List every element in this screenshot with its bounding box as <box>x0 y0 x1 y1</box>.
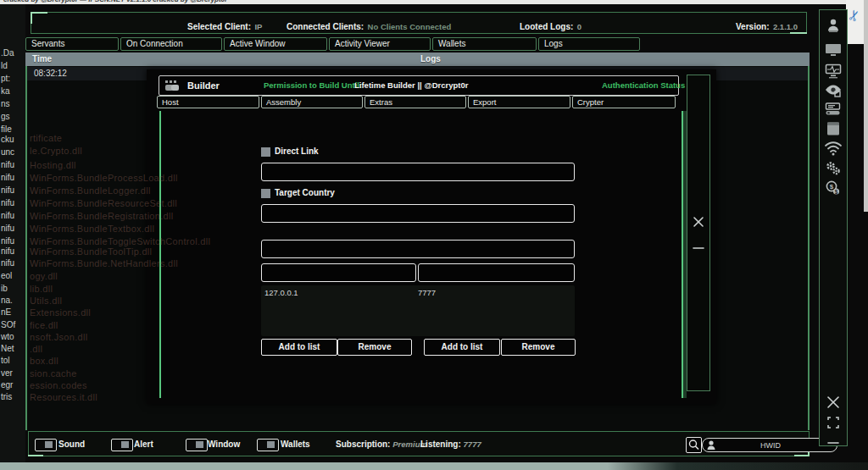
bottom-bar: Sound Alert Window Wallets Subscription:… <box>28 431 810 456</box>
underlay-text-fragment: ka <box>1 86 10 96</box>
underlay-text-fragment: tris <box>1 392 12 401</box>
underlying-window-title: cracked by @Drcrypt0r — IPSCN.NET v2.1.1… <box>3 0 227 3</box>
network-wifi-icon[interactable] <box>820 139 847 158</box>
underlay-text-fragment: Net <box>1 344 14 353</box>
underlay-text-fragment: tol <box>1 356 10 365</box>
alert-toggle[interactable] <box>111 439 133 451</box>
port-entry-input[interactable] <box>418 263 575 282</box>
sound-toggle[interactable] <box>35 439 57 451</box>
underlay-text-fragment: ns <box>1 99 10 108</box>
underlay-text-fragment: pt: <box>1 74 10 83</box>
settings-gears-icon[interactable] <box>820 159 847 178</box>
builder-close-icon[interactable] <box>692 215 705 229</box>
selected-client-label: Selected Client: <box>187 22 251 31</box>
remove-port-button[interactable]: Remove <box>501 339 576 356</box>
corner-accent <box>31 12 47 14</box>
screen: cracked by @Drcrypt0r — IPSCN.NET v2.1.1… <box>0 0 868 470</box>
top-status-bar: Selected Client: IP Connected Clients: N… <box>31 12 807 34</box>
host-entry-input[interactable] <box>261 263 416 282</box>
permission-value: Lifetime Builder || @Drcrypt0r <box>354 80 468 90</box>
search-button[interactable] <box>686 437 702 453</box>
permission-label: Permission to Build Until: <box>264 80 362 90</box>
underlay-text-fragment: nifu <box>1 236 14 246</box>
log-table-header: Time Logs <box>25 53 810 66</box>
builder-side-panel <box>687 75 710 391</box>
selected-client-value: IP <box>254 22 262 31</box>
underlay-text-fragment: cku <box>1 135 14 144</box>
looted-logs-label: Looted Logs: <box>520 22 573 31</box>
hardware-info-icon[interactable] <box>820 100 847 119</box>
tab-servants[interactable]: Servants <box>25 37 119 51</box>
builder-dialog-header: Builder Permission to Build Until: Lifet… <box>159 75 679 96</box>
builder-tab-extras[interactable]: Extras <box>364 96 466 108</box>
app-close-icon[interactable] <box>820 393 847 412</box>
remove-host-button[interactable]: Remove <box>337 339 412 356</box>
host-port-list[interactable]: 127.0.0.1 7777 <box>261 285 575 336</box>
underlying-file-list-strip: .Daldpt:kansgsfileckuuncnifunifunifunifu… <box>0 4 25 462</box>
direct-link-label: Direct Link <box>275 147 319 156</box>
remote-desktop-icon[interactable] <box>820 41 847 59</box>
underlying-scrollbar <box>864 0 868 212</box>
app-minimize-icon[interactable] <box>820 434 847 452</box>
tab-on-connection[interactable]: On Connection <box>120 37 222 51</box>
underlay-text-fragment: file <box>1 124 12 134</box>
activity-monitor-icon[interactable] <box>820 62 847 80</box>
alert-label: Alert <box>134 440 153 449</box>
column-time: Time <box>32 54 52 64</box>
builder-dialog: Builder Permission to Build Until: Lifet… <box>147 69 716 404</box>
builder-tab-assembly[interactable]: Assembly <box>261 96 363 108</box>
underlay-text-fragment: nifu <box>1 258 14 268</box>
builder-title: Builder <box>187 80 220 91</box>
subscription-status: Subscription: Premium <box>336 440 427 449</box>
underlay-text-fragment: nifu <box>1 211 14 220</box>
underlay-text-fragment: nifu <box>1 185 14 195</box>
svg-text:$: $ <box>835 189 838 196</box>
target-country-label: Target Country <box>275 188 335 197</box>
version-value: 2.1.1.0 <box>773 22 798 31</box>
target-country-input[interactable] <box>261 204 575 223</box>
underlay-text-fragment: SOf <box>1 320 15 329</box>
file-manager-icon[interactable] <box>820 119 847 138</box>
window-toggle[interactable] <box>186 439 208 451</box>
wallets-toggle[interactable] <box>257 439 279 451</box>
underlay-text-fragment: nifu <box>1 160 14 169</box>
builder-tab-export[interactable]: Export <box>468 96 570 108</box>
builder-icon <box>164 80 183 91</box>
tab-activity-viewer[interactable]: Activity Viewer <box>329 37 431 51</box>
underlay-text-fragment: nifu <box>1 173 14 182</box>
listening-label: Listening: <box>420 440 461 449</box>
underlay-text-fragment: na. <box>1 296 13 305</box>
builder-tab-crypter[interactable]: Crypter <box>572 96 676 108</box>
underlay-text-fragment: nifu <box>1 246 14 256</box>
direct-link-checkbox[interactable] <box>261 147 270 157</box>
hwid-field[interactable] <box>702 438 837 452</box>
user-icon <box>706 440 717 451</box>
sound-label: Sound <box>58 440 85 449</box>
builder-tab-host[interactable]: Host <box>157 96 259 108</box>
add-port-button[interactable]: Add to list <box>424 339 500 356</box>
target-country-checkbox[interactable] <box>261 189 270 198</box>
underlay-text-fragment: ld <box>1 61 8 70</box>
direct-link-input[interactable] <box>261 163 575 181</box>
column-logs: Logs <box>420 54 441 64</box>
builder-minimize-icon[interactable] <box>692 239 705 244</box>
host-input[interactable] <box>261 240 575 258</box>
svg-text:$: $ <box>830 183 834 191</box>
hidden-browser-icon[interactable] <box>820 81 847 100</box>
window-label: Window <box>208 440 240 449</box>
host-list-item[interactable]: 127.0.0.1 <box>264 288 298 297</box>
user-icon[interactable] <box>820 16 847 35</box>
listening-value: 7777 <box>464 440 481 449</box>
tab-active-window[interactable]: Active Window <box>224 37 327 51</box>
log-time: 08:32:12 <box>34 69 67 78</box>
tab-logs[interactable]: Logs <box>538 37 640 51</box>
tab-wallets[interactable]: Wallets <box>432 37 537 51</box>
hwid-input[interactable] <box>718 439 823 451</box>
underlying-window-title-strip: cracked by @Drcrypt0r — IPSCN.NET v2.1.1… <box>0 0 868 4</box>
funds-icon[interactable]: $ $ <box>820 179 847 197</box>
add-host-button[interactable]: Add to list <box>261 339 337 356</box>
underlay-text-fragment: ib <box>1 284 8 293</box>
underlay-text-fragment: nE <box>1 307 11 317</box>
app-maximize-icon[interactable] <box>820 413 847 432</box>
port-list-item[interactable]: 7777 <box>418 288 436 297</box>
